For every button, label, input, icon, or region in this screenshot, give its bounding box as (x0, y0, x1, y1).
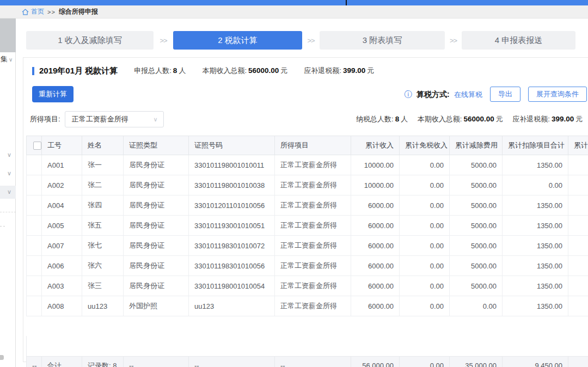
sidebar-divider (0, 226, 5, 227)
step-tax-calculation[interactable]: 2 税款计算 (173, 31, 302, 50)
table-row[interactable]: A006张六居民身份证330101198301010056正常工资薪金所得600… (27, 256, 588, 276)
table-row[interactable]: A005张五居民身份证330101193001010051正常工资薪金所得600… (27, 216, 588, 236)
step-separator: >> (302, 36, 320, 45)
cell-id-type: 居民身份证 (124, 195, 189, 216)
cell-cum-income: 6000.00 (351, 216, 400, 236)
cell-name: 张三 (82, 276, 124, 296)
chevron-down-icon[interactable]: ∨ (7, 170, 11, 177)
tax-mode-value-link[interactable]: 在线算税 (454, 90, 482, 99)
cell-cum-deduction-expense: 5000.00 (450, 276, 503, 296)
cell-income-item: 正常工资薪金所得 (275, 236, 351, 256)
cell-income-item: 正常工资薪金所得 (275, 296, 351, 316)
cell-id-number: 330101193001010051 (189, 216, 275, 236)
row-select-cell (27, 276, 42, 296)
cell-id-number: 330101198301010056 (189, 256, 275, 276)
breadcrumb: 首页 >> 综合所得申报 (0, 5, 588, 19)
cell-cum-donation-deduction (568, 155, 588, 175)
cell-cum-income: 6000.00 (351, 195, 400, 216)
chevron-down-icon[interactable]: ∨ (7, 151, 11, 158)
stat-tax-due: 应补退税额:399.00元 (304, 66, 374, 76)
income-item-filter-label: 所得项目: (30, 114, 60, 124)
stat-tax-due: 应补退税额:399.00元 (512, 115, 583, 123)
row-select-cell (27, 155, 42, 175)
cursor-artifact (346, 0, 347, 5)
cell-cum-tax-free-income: 0.00 (400, 236, 450, 256)
stat-taxpayer-count: 纳税总人数:8人 (356, 115, 408, 123)
summary-cell-id-type: -- (124, 357, 189, 367)
table-row[interactable]: A008uu123外国护照uu123正常工资薪金所得6000.000.000.0… (27, 296, 588, 316)
cell-cum-tax-free-income: 0.00 (400, 195, 450, 216)
summary-cell-income-item: -- (275, 357, 351, 367)
cell-cum-income: 6000.00 (351, 276, 400, 296)
recalculate-button[interactable]: 重新计算 (32, 86, 74, 102)
cell-cum-donation-deduction (568, 296, 588, 316)
cell-emp-no: A001 (42, 155, 82, 175)
cell-cum-deduction-items-total: 1350.00 (503, 236, 568, 256)
collapsed-sidebar: 集∨ ∨ ∨ ∨ (0, 19, 16, 367)
toolbar: 重新计算 ⓘ 算税方式: 在线算税 导出 展开查询条件 (32, 86, 587, 102)
chevron-down-icon[interactable]: ∨ (7, 188, 11, 195)
col-name: 姓名 (82, 136, 124, 155)
table-header-row: 工号 姓名 证照类型 证照号码 所得项目 累计收入 累计免税收入 累计减除费用 … (27, 136, 588, 155)
step-income-deduction[interactable]: 1 收入及减除填写 (26, 31, 154, 50)
row-select-cell (27, 236, 42, 256)
cell-cum-income: 10000.00 (351, 175, 400, 195)
export-button[interactable]: 导出 (490, 87, 520, 102)
col-cum-deduction-expense: 累计减除费用 (450, 136, 503, 155)
select-all-cell (27, 136, 42, 155)
cell-id-number: uu123 (189, 296, 275, 316)
cell-income-item: 正常工资薪金所得 (275, 175, 351, 195)
cell-cum-donation-deduction (568, 256, 588, 276)
cell-cum-deduction-expense: 5000.00 (450, 175, 503, 195)
cell-cum-deduction-items-total: 1350.00 (503, 256, 568, 276)
table-row[interactable]: A007张七居民身份证330101198301010072正常工资薪金所得600… (27, 236, 588, 256)
expand-query-button[interactable]: 展开查询条件 (528, 87, 587, 102)
cell-cum-deduction-items-total: 1350.00 (503, 276, 568, 296)
stat-period-income: 本期收入总额:56000.00元 (418, 115, 503, 123)
cell-id-type: 居民身份证 (124, 276, 189, 296)
cell-id-type: 外国护照 (124, 296, 189, 316)
summary-select-cell: -- (27, 357, 42, 367)
sidebar-scroll-nub (0, 355, 4, 360)
summary-cell-cum-income: 56,000.00 (351, 357, 400, 367)
col-cum-income: 累计收入 (351, 136, 400, 155)
cell-cum-donation-deduction (568, 216, 588, 236)
table-row[interactable]: A001张一居民身份证330101198001010011正常工资薪金所得100… (27, 155, 588, 175)
table-row[interactable]: A004张四居民身份证330101201101010056正常工资薪金所得600… (27, 195, 588, 216)
summary-table: --合计记录数: 8------56,000.000.0035,000.009,… (26, 356, 588, 367)
step-separator: >> (445, 36, 462, 45)
sidebar-item-collapsed[interactable]: 集∨ (1, 54, 13, 64)
table-gap (26, 336, 588, 356)
cell-cum-deduction-items-total: 1350.00 (503, 216, 568, 236)
cell-id-type: 居民身份证 (124, 155, 189, 175)
cell-cum-deduction-expense: 5000.00 (450, 155, 503, 175)
cell-cum-deduction-expense: 5000.00 (450, 236, 503, 256)
cell-cum-income: 6000.00 (351, 256, 400, 276)
cell-emp-no: A004 (42, 195, 82, 216)
tax-calculation-panel: 2019年01月 税款计算 申报总人数:8人 本期收入总额:56000.00元 … (23, 57, 588, 362)
cell-cum-deduction-expense: 5000.00 (450, 216, 503, 236)
income-item-select[interactable]: 正常工资薪金所得 ∨ (65, 111, 164, 127)
cell-emp-no: A005 (42, 216, 82, 236)
step-wizard: 1 收入及减除填写 >> 2 税款计算 >> 3 附表填写 >> 4 申报表报送 (26, 31, 575, 50)
cell-cum-deduction-expense: 5000.00 (450, 195, 503, 216)
row-select-cell (27, 175, 42, 195)
filter-stats: 纳税总人数:8人 本期收入总额:56000.00元 应补退税额:399.00元 (356, 111, 583, 127)
select-all-checkbox[interactable] (33, 142, 41, 150)
stat-period-income: 本期收入总额:56000.00元 (202, 66, 287, 76)
summary-body: --合计记录数: 8------56,000.000.0035,000.009,… (27, 357, 588, 367)
step-attached-forms[interactable]: 3 附表填写 (320, 31, 445, 50)
cell-income-item: 正常工资薪金所得 (275, 276, 351, 296)
table-row[interactable]: A002张二居民身份证330101198001010038正常工资薪金所得100… (27, 175, 588, 195)
cell-name: 张六 (82, 256, 124, 276)
cell-cum-income: 10000.00 (351, 155, 400, 175)
summary-cell-cum-deduction-expense: 35,000.00 (450, 357, 503, 367)
step-declaration-submit[interactable]: 4 申报表报送 (462, 31, 575, 50)
table-body: A001张一居民身份证330101198001010011正常工资薪金所得100… (27, 155, 588, 316)
breadcrumb-home-link[interactable]: 首页 (22, 7, 44, 16)
breadcrumb-home-label: 首页 (31, 7, 44, 16)
cell-cum-tax-free-income: 0.00 (400, 175, 450, 195)
home-icon (22, 9, 29, 15)
cell-emp-no: A006 (42, 256, 82, 276)
table-row[interactable]: A003张三居民身份证330101198001010054正常工资薪金所得600… (27, 276, 588, 296)
